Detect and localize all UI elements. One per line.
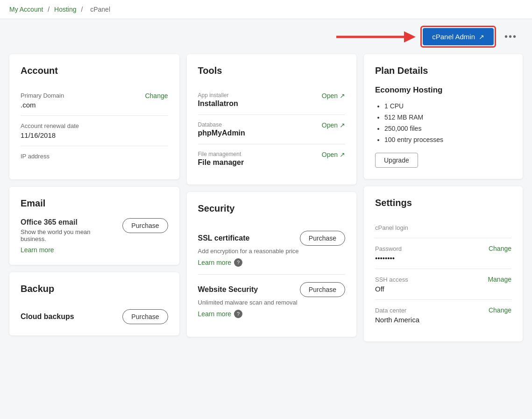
- renewal-date-value: 11/16/2018: [21, 131, 168, 139]
- website-security-learn-more-link[interactable]: Learn more: [198, 310, 232, 318]
- plan-feature-cpu: 1 CPU: [384, 100, 511, 112]
- cloud-backups-row: Cloud backups Purchase: [21, 304, 168, 324]
- middle-column: Tools App installer Installatron Open ↗ …: [187, 54, 357, 341]
- file-mgmt-row: File management File manager Open ↗: [198, 144, 346, 173]
- external-icon-2: ↗: [340, 121, 345, 129]
- ssl-learn-more-link[interactable]: Learn more: [198, 259, 232, 266]
- file-mgmt-label: File management: [198, 151, 244, 157]
- account-title: Account: [21, 65, 168, 76]
- settings-title: Settings: [375, 198, 511, 208]
- website-security-row: Website Security Purchase Unlimited malw…: [198, 275, 346, 326]
- website-security-desc: Unlimited malware scan and removal: [198, 299, 346, 306]
- primary-domain-label: Primary Domain: [21, 92, 64, 99]
- ssh-label: SSH access: [375, 276, 408, 283]
- email-title: Email: [21, 198, 168, 209]
- tools-title: Tools: [198, 65, 346, 76]
- plan-name: Economy Hosting: [375, 85, 511, 95]
- renewal-date-row: Account renewal date 11/16/2018: [21, 116, 168, 146]
- file-mgmt-open-link[interactable]: Open ↗: [322, 151, 345, 158]
- main-content: Account Primary Domain .com Change Accou…: [0, 54, 532, 351]
- ssl-title: SSL certificate: [198, 234, 250, 242]
- primary-domain-value: .com: [21, 101, 64, 109]
- plan-feature-processes: 100 entry processes: [384, 134, 511, 145]
- primary-domain-row: Primary Domain .com Change: [21, 85, 168, 116]
- password-value: ••••••••: [375, 254, 511, 262]
- office365-name: Office 365 email: [21, 218, 91, 227]
- more-options-button[interactable]: •••: [501, 29, 521, 44]
- file-mgmt-name: File manager: [198, 158, 244, 167]
- account-card: Account Primary Domain .com Change Accou…: [9, 54, 179, 179]
- database-row: Database phpMyAdmin Open ↗: [198, 115, 346, 144]
- password-label: Password: [375, 245, 402, 252]
- email-purchase-button[interactable]: Purchase: [122, 218, 168, 233]
- ssl-purchase-button[interactable]: Purchase: [300, 231, 345, 246]
- website-security-purchase-button[interactable]: Purchase: [300, 282, 345, 297]
- app-installer-label: App installer: [198, 92, 238, 99]
- email-desc-line1: Show the world you mean: [21, 228, 91, 235]
- email-card: Email Office 365 email Show the world yo…: [9, 187, 179, 265]
- cpanel-btn-wrapper: cPanel Admin ↗: [420, 26, 496, 48]
- database-label: Database: [198, 121, 245, 128]
- breadcrumb-cpanel: cPanel: [90, 6, 110, 13]
- cpanel-admin-button[interactable]: cPanel Admin ↗: [423, 28, 494, 45]
- backup-purchase-button[interactable]: Purchase: [122, 309, 168, 324]
- ssh-access-row: SSH access Manage Off: [375, 269, 511, 300]
- manage-ssh-link[interactable]: Manage: [488, 276, 511, 283]
- ssl-certificate-row: SSL certificate Purchase Add encryption …: [198, 223, 346, 275]
- external-icon-3: ↗: [340, 151, 345, 158]
- cpanel-login-row: cPanel login: [375, 218, 511, 238]
- ip-address-row: IP address: [21, 146, 168, 168]
- cpanel-login-label: cPanel login: [375, 224, 511, 231]
- app-installer-row: App installer Installatron Open ↗: [198, 85, 346, 115]
- database-name: phpMyAdmin: [198, 129, 245, 137]
- office365-row: Office 365 email Show the world you mean…: [21, 218, 168, 254]
- breadcrumb: My Account / Hosting / cPanel: [0, 0, 532, 19]
- plan-details-card: Plan Details Economy Hosting 1 CPU 512 M…: [364, 54, 523, 179]
- upgrade-button[interactable]: Upgrade: [375, 153, 418, 168]
- website-security-help-icon[interactable]: ?: [234, 310, 242, 318]
- svg-marker-1: [404, 31, 416, 43]
- renewal-date-label: Account renewal date: [21, 122, 168, 129]
- data-center-value: North America: [375, 316, 511, 324]
- arrow-indicator: [332, 27, 416, 47]
- website-security-title: Website Security: [198, 285, 258, 294]
- change-data-center-link[interactable]: Change: [489, 306, 511, 314]
- tools-card: Tools App installer Installatron Open ↗ …: [187, 54, 357, 185]
- ssl-help-icon[interactable]: ?: [234, 258, 242, 267]
- security-card: Security SSL certificate Purchase Add en…: [187, 192, 357, 337]
- left-column: Account Primary Domain .com Change Accou…: [9, 54, 179, 341]
- settings-card: Settings cPanel login Password Change ••…: [364, 186, 523, 341]
- app-installer-open-link[interactable]: Open ↗: [322, 92, 345, 99]
- email-learn-more-link[interactable]: Learn more: [21, 246, 54, 254]
- right-column: Plan Details Economy Hosting 1 CPU 512 M…: [364, 54, 523, 341]
- breadcrumb-hosting[interactable]: Hosting: [54, 6, 76, 13]
- app-installer-name: Installatron: [198, 99, 238, 108]
- plan-details-title: Plan Details: [375, 65, 511, 76]
- plan-features-list: 1 CPU 512 MB RAM 250,000 files 100 entry…: [375, 100, 511, 145]
- email-desc-line2: business.: [21, 235, 46, 242]
- external-link-icon: ↗: [479, 33, 484, 41]
- plan-feature-files: 250,000 files: [384, 123, 511, 134]
- plan-feature-ram: 512 MB RAM: [384, 112, 511, 123]
- external-icon-1: ↗: [340, 92, 345, 99]
- change-domain-link[interactable]: Change: [145, 92, 168, 99]
- ip-label: IP address: [21, 153, 168, 160]
- backup-card: Backup Cloud backups Purchase: [9, 272, 179, 335]
- top-bar: cPanel Admin ↗ •••: [0, 19, 532, 54]
- data-center-label: Data center: [375, 307, 406, 314]
- database-open-link[interactable]: Open ↗: [322, 121, 345, 129]
- ssl-desc: Add encryption for a reasonable price: [198, 248, 346, 255]
- cloud-backups-label: Cloud backups: [21, 312, 74, 321]
- backup-title: Backup: [21, 284, 168, 294]
- change-password-link[interactable]: Change: [489, 245, 511, 252]
- ssh-value: Off: [375, 285, 511, 293]
- breadcrumb-my-account[interactable]: My Account: [9, 6, 43, 13]
- security-title: Security: [198, 203, 346, 214]
- data-center-row: Data center Change North America: [375, 300, 511, 330]
- password-row: Password Change ••••••••: [375, 238, 511, 269]
